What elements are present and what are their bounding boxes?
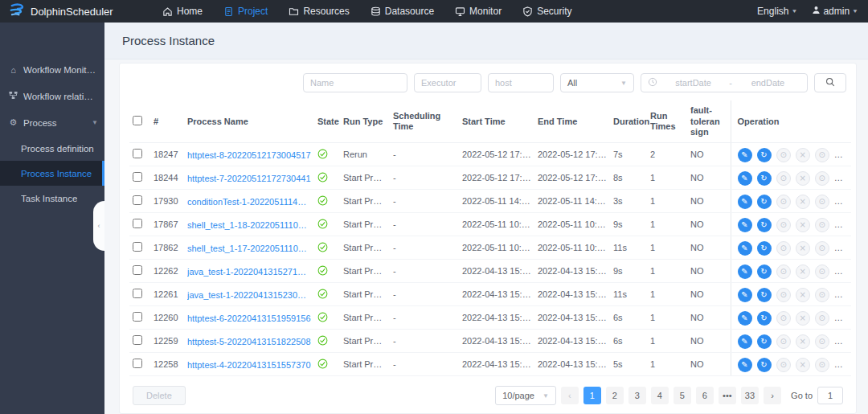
rerun-button[interactable]: ↻ [757,171,772,186]
delete-button[interactable] [834,146,849,161]
pagination-prev-button[interactable]: ‹ [561,387,579,404]
edit-button[interactable]: ✎ [738,218,752,232]
stop-button[interactable]: × [796,264,810,279]
edit-button[interactable]: ✎ [738,311,752,326]
sidebar-item-process-definition[interactable]: Process definition [0,136,104,161]
pagination-next-button[interactable]: › [764,387,781,404]
process-name-link[interactable]: httptest-5-20220413151822508 [187,337,311,346]
row-checkbox[interactable] [133,195,142,205]
delete-button[interactable] [834,333,849,347]
recovery-suspend-button[interactable]: ⊙ [776,148,791,162]
pagination-page-1[interactable]: 1 [583,387,601,404]
executor-filter-input[interactable] [414,73,481,92]
process-name-link[interactable]: httptest-8-20220512173004517 [187,150,311,160]
process-name-link[interactable]: shell_test_1-18-20220511102208699 [187,220,311,230]
process-name-link[interactable]: java_test-1-20220413152305289 [187,290,311,300]
stop-button[interactable]: × [796,358,810,372]
edit-button[interactable]: ✎ [738,264,752,279]
date-range-picker[interactable]: startDate - endDate [641,73,808,92]
stop-button[interactable]: × [796,195,810,209]
stop-button[interactable]: × [796,218,810,232]
row-checkbox[interactable] [133,359,142,368]
edit-button[interactable]: ✎ [738,288,752,302]
stop-button[interactable]: × [796,334,810,349]
process-name-link[interactable]: shell_test_1-17-20220511101813512 [187,244,311,253]
delete-button[interactable] [834,286,849,301]
app-logo[interactable]: DolphinScheduler [10,3,162,19]
pause-button[interactable]: ⊙ [815,311,829,326]
nav-item-resources[interactable]: Resources [289,6,349,17]
search-button[interactable] [814,73,846,92]
sidebar-item-workflow-monitor[interactable]: ⌂ Workflow Monitor - li_pr... [0,56,104,83]
pagination-page-33[interactable]: 33 [741,387,759,404]
sidebar-item-process-instance[interactable]: Process Instance [0,161,104,186]
pause-button[interactable]: ⊙ [815,334,829,349]
sidebar-item-process[interactable]: ⚙ Process ▼ [0,109,104,136]
edit-button[interactable]: ✎ [738,195,752,209]
edit-button[interactable]: ✎ [738,171,752,186]
delete-button[interactable] [834,193,849,207]
process-name-link[interactable]: httptest-4-20220413151557370 [187,360,311,370]
sidebar-collapse-handle[interactable]: ‹ [93,201,104,251]
recovery-suspend-button[interactable]: ⊙ [776,241,791,256]
rerun-button[interactable]: ↻ [757,358,772,372]
delete-button[interactable] [834,240,849,254]
rerun-button[interactable]: ↻ [757,288,772,302]
recovery-suspend-button[interactable]: ⊙ [776,288,791,302]
rerun-button[interactable]: ↻ [757,311,772,326]
pagination-page-5[interactable]: 5 [674,387,691,404]
nav-item-monitor[interactable]: Monitor [455,6,502,17]
stop-button[interactable]: × [796,288,810,302]
state-filter-select[interactable]: All ▼ [560,73,634,92]
stop-button[interactable]: × [796,311,810,326]
nav-item-home[interactable]: Home [162,6,203,17]
recovery-suspend-button[interactable]: ⊙ [776,334,791,349]
pause-button[interactable]: ⊙ [815,288,829,302]
pause-button[interactable]: ⊙ [815,358,829,372]
recovery-suspend-button[interactable]: ⊙ [776,358,791,372]
rerun-button[interactable]: ↻ [757,241,772,256]
user-menu[interactable]: admin ▼ [812,6,858,17]
rerun-button[interactable]: ↻ [757,148,772,162]
stop-button[interactable]: × [796,241,810,256]
name-filter-input[interactable] [303,73,407,92]
pause-button[interactable]: ⊙ [815,195,829,209]
sidebar-item-workflow-relationship[interactable]: Workflow relationship [0,83,104,109]
edit-button[interactable]: ✎ [738,241,752,256]
delete-button[interactable] [834,263,849,277]
pause-button[interactable]: ⊙ [815,264,829,279]
host-filter-input[interactable] [488,73,554,92]
recovery-suspend-button[interactable]: ⊙ [776,218,791,232]
sidebar-item-task-instance[interactable]: Task Instance [0,186,104,211]
delete-button[interactable] [834,309,849,324]
edit-button[interactable]: ✎ [738,148,752,162]
recovery-suspend-button[interactable]: ⊙ [776,311,791,326]
rerun-button[interactable]: ↻ [757,334,772,349]
pagination-page-3[interactable]: 3 [628,387,646,404]
goto-page-input[interactable] [817,387,843,404]
nav-item-security[interactable]: Security [522,6,571,17]
delete-button[interactable] [834,170,849,184]
row-checkbox[interactable] [133,219,142,228]
pagination-more-button[interactable]: ••• [719,387,736,404]
pagination-page-2[interactable]: 2 [606,387,624,404]
rerun-button[interactable]: ↻ [757,195,772,209]
edit-button[interactable]: ✎ [738,334,752,349]
row-checkbox[interactable] [133,289,142,298]
language-select[interactable]: English ▼ [757,6,797,17]
process-name-link[interactable]: httptest-7-20220512172730441 [187,174,311,183]
process-name-link[interactable]: conditionTest-1-202205111452350... [187,197,311,207]
nav-item-project[interactable]: Project [223,6,268,17]
pagination-page-6[interactable]: 6 [696,387,714,404]
pause-button[interactable]: ⊙ [815,148,829,162]
process-name-link[interactable]: java_test-1-20220413152717325 [187,267,311,277]
pagination-page-4[interactable]: 4 [651,387,669,404]
delete-button[interactable] [834,216,849,231]
edit-button[interactable]: ✎ [738,358,752,372]
pause-button[interactable]: ⊙ [815,241,829,256]
nav-item-datasource[interactable]: Datasource [371,6,434,17]
rerun-button[interactable]: ↻ [757,264,772,279]
row-checkbox[interactable] [133,242,142,252]
process-name-link[interactable]: httptest-6-20220413151959156 [187,314,311,323]
row-checkbox[interactable] [133,265,142,275]
